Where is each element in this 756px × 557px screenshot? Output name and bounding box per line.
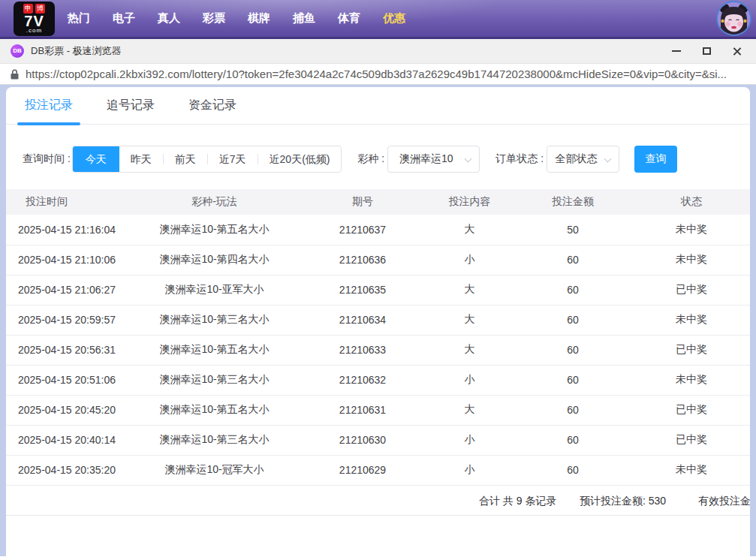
lottery-filter-label: 彩种 : xyxy=(357,152,384,166)
url-text[interactable]: https://ctop02pcali.2kbxi392.com/lottery… xyxy=(26,68,756,80)
time-option[interactable]: 前天 xyxy=(164,146,207,172)
cell-bet-content: 小 xyxy=(426,455,513,485)
bet-records-table: 投注时间彩种-玩法期号投注内容投注金额状态 2025-04-15 21:16:0… xyxy=(6,189,750,486)
site-navbar: 申 博 7V .com 热门电子真人彩票棋牌捕鱼体育优惠 xyxy=(0,0,756,39)
nav-item[interactable]: 优惠 xyxy=(383,11,405,26)
maximize-button[interactable] xyxy=(691,40,721,62)
cell-status: 未中奖 xyxy=(633,305,750,335)
filter-bar: 查询时间 : 今天昨天前天近7天近20天(低频) 彩种 : 澳洲幸运10 订单状… xyxy=(6,146,750,173)
cell-bet-content: 大 xyxy=(426,215,513,245)
time-filter-label: 查询时间 : xyxy=(23,152,71,166)
cell-status: 未中奖 xyxy=(633,455,750,485)
cell-bet-content: 大 xyxy=(426,305,513,335)
chevron-down-icon xyxy=(604,155,612,163)
cell-issue-number: 21210635 xyxy=(299,275,426,305)
cell-game-play: 澳洲幸运10-第五名大小 xyxy=(130,335,299,365)
cell-game-play: 澳洲幸运10-第五名大小 xyxy=(130,395,299,425)
time-range-group: 今天昨天前天近7天近20天(低频) xyxy=(72,146,342,173)
cell-game-play: 澳洲幸运10-第三名大小 xyxy=(130,305,299,335)
table-row: 2025-04-15 20:45:20澳洲幸运10-第五名大小21210631大… xyxy=(6,395,750,425)
time-option[interactable]: 近20天(低频) xyxy=(258,146,342,172)
lottery-select-value: 澳洲幸运10 xyxy=(399,152,453,166)
table-body: 2025-04-15 21:16:04澳洲幸运10-第五名大小21210637大… xyxy=(6,215,750,485)
cell-bet-amount: 60 xyxy=(513,335,633,365)
cell-status: 未中奖 xyxy=(633,245,750,275)
browser-favicon-icon: DB xyxy=(11,44,24,58)
cell-game-play: 澳洲幸运10-第三名大小 xyxy=(130,365,299,395)
table-row: 2025-04-15 20:59:57澳洲幸运10-第三名大小21210634大… xyxy=(6,305,750,335)
summary-total-count: 合计 共 9 条记录 xyxy=(479,495,556,508)
lottery-select[interactable]: 澳洲幸运10 xyxy=(387,146,480,173)
search-button[interactable]: 查询 xyxy=(634,146,677,173)
logo-suffix: .com xyxy=(26,28,42,34)
cell-bet-amount: 60 xyxy=(513,245,633,275)
cell-bet-amount: 60 xyxy=(513,305,633,335)
order-status-select[interactable]: 全部状态 xyxy=(547,146,619,173)
avatar-illustration xyxy=(718,2,750,35)
nav-item[interactable]: 真人 xyxy=(158,11,180,26)
cell-bet-content: 大 xyxy=(426,395,513,425)
tab-active[interactable]: 投注记录 xyxy=(25,87,73,124)
cell-issue-number: 21210633 xyxy=(299,335,426,365)
cell-bet-time: 2025-04-15 20:51:06 xyxy=(6,365,130,395)
record-tabs: 投注记录追号记录资金记录 xyxy=(6,87,750,125)
minimize-button[interactable] xyxy=(661,40,691,62)
cell-bet-content: 小 xyxy=(426,425,513,455)
cell-status: 未中奖 xyxy=(633,215,750,245)
logo-text: 7V xyxy=(24,14,44,29)
tab-inactive[interactable]: 追号记录 xyxy=(107,87,155,124)
minimize-icon xyxy=(672,50,681,52)
browser-window: 申 博 7V .com 热门电子真人彩票棋牌捕鱼体育优惠 xyxy=(0,0,756,557)
cell-issue-number: 21210630 xyxy=(299,425,426,455)
column-header: 投注金额 xyxy=(513,189,633,215)
status-select-value: 全部状态 xyxy=(556,152,598,166)
chevron-down-icon xyxy=(465,155,472,163)
cell-bet-amount: 60 xyxy=(513,455,633,485)
cell-bet-amount: 60 xyxy=(513,425,633,455)
cell-bet-amount: 50 xyxy=(513,215,633,245)
cell-bet-amount: 60 xyxy=(513,365,633,395)
cell-bet-content: 大 xyxy=(426,335,513,365)
nav-item[interactable]: 电子 xyxy=(113,11,135,26)
time-option[interactable]: 昨天 xyxy=(119,146,163,172)
cell-bet-time: 2025-04-15 21:06:27 xyxy=(6,275,130,305)
cell-bet-time: 2025-04-15 20:45:20 xyxy=(6,395,130,425)
nav-item[interactable]: 体育 xyxy=(338,11,360,26)
time-option[interactable]: 近7天 xyxy=(208,146,258,172)
summary-valid-amount: 有效投注金额 xyxy=(698,495,750,508)
cell-bet-time: 2025-04-15 20:59:57 xyxy=(6,305,130,335)
table-row: 2025-04-15 20:35:20澳洲幸运10-冠军大小21210629小6… xyxy=(6,455,750,485)
cell-bet-content: 小 xyxy=(426,365,513,395)
cell-issue-number: 21210631 xyxy=(299,395,426,425)
cell-bet-amount: 60 xyxy=(513,395,633,425)
close-button[interactable] xyxy=(721,40,751,62)
url-bar: https://ctop02pcali.2kbxi392.com/lottery… xyxy=(0,64,756,85)
cell-status: 已中奖 xyxy=(633,335,750,365)
table-row: 2025-04-15 20:56:31澳洲幸运10-第五名大小21210633大… xyxy=(6,335,750,365)
cell-game-play: 澳洲幸运10-冠军大小 xyxy=(130,455,299,485)
nav-items: 热门电子真人彩票棋牌捕鱼体育优惠 xyxy=(68,11,716,26)
cell-status: 已中奖 xyxy=(633,425,750,455)
site-logo[interactable]: 申 博 7V .com xyxy=(14,2,55,36)
nav-item[interactable]: 棋牌 xyxy=(248,11,270,26)
summary-expected-amount: 预计投注金额: 530 xyxy=(580,495,666,508)
nav-item[interactable]: 热门 xyxy=(68,11,90,26)
column-header: 彩种-玩法 xyxy=(130,189,299,215)
column-header: 状态 xyxy=(633,189,750,215)
cell-bet-time: 2025-04-15 20:56:31 xyxy=(6,335,130,365)
cell-issue-number: 21210632 xyxy=(299,365,426,395)
table-row: 2025-04-15 20:51:06澳洲幸运10-第三名大小21210632小… xyxy=(6,365,750,395)
cell-bet-content: 大 xyxy=(426,275,513,305)
maximize-icon xyxy=(703,47,711,55)
user-avatar-icon[interactable] xyxy=(716,1,751,36)
time-option[interactable]: 今天 xyxy=(73,146,119,173)
cell-bet-amount: 60 xyxy=(513,275,633,305)
tab-inactive[interactable]: 资金记录 xyxy=(188,87,236,124)
table-row: 2025-04-15 20:40:14澳洲幸运10-第三名大小21210630小… xyxy=(6,425,750,455)
nav-item[interactable]: 捕鱼 xyxy=(293,11,315,26)
column-header: 投注内容 xyxy=(426,189,513,215)
table-row: 2025-04-15 21:16:04澳洲幸运10-第五名大小21210637大… xyxy=(6,215,750,245)
column-header: 投注时间 xyxy=(6,189,130,215)
nav-item[interactable]: 彩票 xyxy=(203,11,225,26)
cell-game-play: 澳洲幸运10-亚军大小 xyxy=(130,275,299,305)
